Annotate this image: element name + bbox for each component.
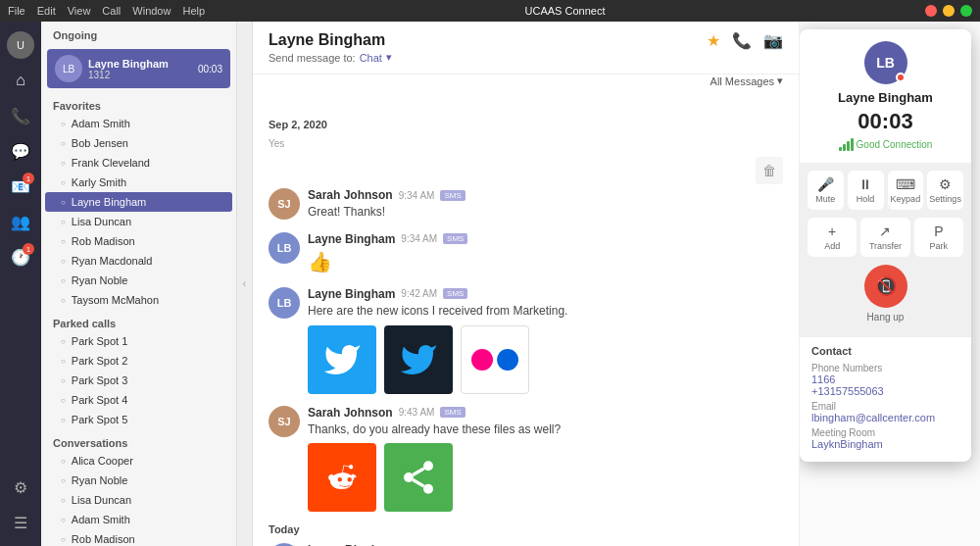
sidebar-item-lisa-duncan-conv[interactable]: Lisa Duncan: [41, 490, 236, 510]
sidebar-item-layne-bingham[interactable]: Layne Bingham: [45, 192, 232, 212]
phone2-value[interactable]: +13157555063: [811, 385, 959, 397]
close-button[interactable]: [925, 5, 937, 17]
date-sep2: Sep 2, 2020: [269, 119, 783, 130]
sidebar-item-ryan-noble-conv[interactable]: Ryan Noble: [41, 471, 236, 490]
sidebar-item-rob-madison[interactable]: Rob Madison: [41, 231, 236, 251]
send-mode[interactable]: Chat: [360, 52, 382, 64]
maximize-button[interactable]: [960, 5, 972, 17]
menu-file[interactable]: File: [8, 5, 25, 17]
email-label: Email: [811, 401, 959, 412]
main-content: Layne Bingham Send message to: Chat ▾ ★ …: [253, 22, 799, 546]
chat-messages: Sep 2, 2020 Yes 🗑 SJ Sarah Johnson 9:34 …: [253, 95, 799, 546]
message-time: 9:43 AM: [399, 407, 435, 418]
settings-button[interactable]: ⚙ Settings: [927, 171, 963, 210]
window-controls: [925, 5, 972, 17]
message-header: Layne Bingham 9:42 AM SMS: [308, 287, 783, 301]
sidebar-history-icon[interactable]: 🕐 1: [5, 241, 36, 273]
sidebar-item-park3[interactable]: Park Spot 3: [41, 371, 236, 390]
chat-header-sub: Send message to: Chat ▾: [269, 51, 392, 64]
transfer-button[interactable]: ↗ Transfer: [860, 218, 909, 257]
menu-window[interactable]: Window: [132, 5, 171, 17]
sidebar-item-ryan-macdonald[interactable]: Ryan Macdonald: [41, 251, 236, 271]
sender-name: Sarah Johnson: [308, 406, 393, 420]
chat-contact-name: Layne Bingham: [269, 31, 392, 49]
sidebar-chat-icon[interactable]: 💬: [5, 135, 36, 167]
sidebar-home-icon[interactable]: ⌂: [5, 65, 36, 96]
send-message-label: Send message to:: [269, 52, 356, 64]
sidebar-item-adam-smith-conv[interactable]: Adam Smith: [41, 510, 236, 529]
menu-edit[interactable]: Edit: [37, 5, 56, 17]
email-value[interactable]: lbingham@callcenter.com: [811, 412, 959, 423]
star-icon[interactable]: ★: [707, 31, 720, 50]
quality-bar-4: [851, 138, 854, 151]
sidebar-item-park2[interactable]: Park Spot 2: [41, 351, 236, 371]
message-type-badge: SMS: [440, 190, 465, 201]
quality-bar-2: [843, 144, 846, 151]
sidebar-item-alica-cooper[interactable]: Alica Cooper: [41, 451, 236, 471]
chat-header: Layne Bingham Send message to: Chat ▾ ★ …: [253, 22, 799, 74]
mute-label: Mute: [815, 194, 835, 204]
sidebar-item-park5[interactable]: Park Spot 5: [41, 410, 236, 429]
sidebar-item-adam-smith[interactable]: Adam Smith: [41, 114, 236, 133]
call-popup-top: LB Layne Bingham 00:03 Good Connection: [800, 29, 971, 163]
svg-line-5: [413, 469, 423, 475]
video-icon[interactable]: 📷: [763, 31, 783, 50]
reddit-logo-image: [308, 443, 376, 512]
sidebar-item-taysom-mcmahon[interactable]: Taysom McMahon: [41, 290, 236, 310]
quality-bar-3: [847, 141, 850, 151]
message-content: Sarah Johnson 9:34 AM SMS Great! Thanks!: [308, 188, 783, 221]
sidebar-contacts-icon[interactable]: 👥: [5, 206, 36, 237]
phone-icon[interactable]: 📞: [732, 31, 752, 50]
online-status-dot: [896, 73, 906, 82]
sidebar-phone-icon[interactable]: 📞: [5, 100, 36, 131]
delete-message-btn[interactable]: 🗑: [756, 157, 783, 184]
phone1-value[interactable]: 1166: [811, 373, 959, 385]
svg-point-1: [423, 462, 433, 472]
menu-help[interactable]: Help: [182, 5, 205, 17]
sidebar-item-karly-smith[interactable]: Karly Smith: [41, 173, 236, 192]
sidebar-voicemail-icon[interactable]: 📧 1: [5, 171, 36, 202]
sidebar-item-park1[interactable]: Park Spot 1: [41, 331, 236, 351]
active-call-item[interactable]: LB Layne Bingham 1312 00:03: [47, 49, 230, 88]
send-mode-chevron[interactable]: ▾: [386, 51, 392, 64]
sidebar-item-ryan-noble[interactable]: Ryan Noble: [41, 271, 236, 290]
filter-chevron-icon: ▾: [777, 74, 783, 87]
keypad-button[interactable]: ⌨ Keypad: [888, 171, 924, 210]
hangup-button[interactable]: 📵: [864, 265, 907, 308]
image-attachments: [308, 325, 783, 394]
sidebar-collapse-btn[interactable]: ‹: [237, 22, 253, 546]
hold-label: Hold: [857, 194, 875, 204]
layne-bingham-avatar: LB: [269, 232, 300, 264]
hold-button[interactable]: ⏸ Hold: [848, 171, 884, 210]
settings-label: Settings: [929, 194, 961, 204]
svg-point-2: [404, 472, 414, 482]
message-text: Great! Thanks!: [308, 204, 783, 221]
transfer-icon: ↗: [879, 223, 891, 239]
settings-icon: ⚙: [939, 176, 952, 192]
all-messages-filter[interactable]: All Messages ▾: [710, 74, 783, 87]
sidebar-menu-icon[interactable]: ☰: [5, 507, 36, 538]
meeting-room-value[interactable]: LayknBingham: [811, 438, 959, 450]
park-button[interactable]: P Park: [914, 218, 963, 257]
sidebar-settings-icon[interactable]: ⚙: [5, 472, 36, 503]
sidebar-item-lisa-duncan[interactable]: Lisa Duncan: [41, 212, 236, 231]
messages-filter-row: All Messages ▾: [253, 74, 799, 95]
sidebar-item-bob-jensen[interactable]: Bob Jensen: [41, 133, 236, 153]
sidebar-item-park4[interactable]: Park Spot 4: [41, 390, 236, 410]
icon-sidebar: U ⌂ 📞 💬 📧 1 👥 🕐 1 ⚙ ☰: [0, 22, 41, 546]
sidebar-item-frank-cleveland[interactable]: Frank Cleveland: [41, 153, 236, 173]
phone-numbers-label: Phone Numbers: [811, 363, 959, 373]
twitter2-logo-image: [384, 325, 453, 394]
call-timer: 00:03: [811, 109, 959, 134]
add-button[interactable]: + Add: [808, 218, 857, 257]
minimize-button[interactable]: [943, 5, 955, 17]
active-call-time: 00:03: [198, 64, 222, 74]
mute-button[interactable]: 🎤 Mute: [808, 171, 844, 210]
sarah-johnson-avatar: SJ: [269, 188, 300, 220]
menu-call[interactable]: Call: [102, 5, 121, 17]
call-controls: 🎤 Mute ⏸ Hold ⌨ Keypad ⚙: [800, 163, 971, 336]
sidebar-item-rob-madison-conv[interactable]: Rob Madison: [41, 529, 236, 546]
user-avatar: U: [7, 31, 34, 59]
menu-view[interactable]: View: [68, 5, 91, 17]
sidebar-user-avatar[interactable]: U: [5, 29, 36, 61]
